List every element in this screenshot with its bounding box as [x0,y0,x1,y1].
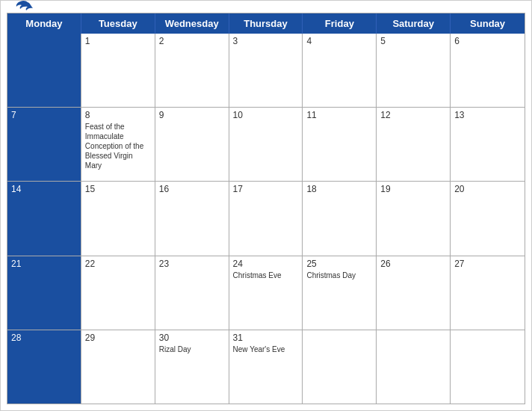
day-number: 10 [233,110,299,120]
day-cell: 22 [81,256,155,330]
day-cell: 16 [155,182,229,255]
day-cell: 19 [377,182,451,255]
day-header-thursday: Thursday [229,13,303,34]
day-header-tuesday: Tuesday [81,13,155,34]
day-header-wednesday: Wednesday [155,13,229,34]
day-headers-row: MondayTuesdayWednesdayThursdayFridaySatu… [7,13,525,34]
day-cell: 5 [377,34,451,107]
day-number: 23 [159,259,225,269]
day-cell: 26 [377,256,451,330]
day-number: 18 [306,184,372,194]
day-cell: 21 [7,256,81,330]
day-cell: 11 [303,108,377,181]
day-number: 6 [454,36,521,46]
day-number: 9 [159,110,225,120]
day-cell [7,34,81,107]
day-cell: 23 [155,256,229,330]
day-cell: 15 [81,182,155,255]
day-cell: 6 [451,34,525,107]
day-cell: 4 [303,34,377,107]
day-number: 2 [159,36,225,46]
week-row-1: 123456 [7,34,525,108]
holiday-text: Feast of the Immaculate Conception of th… [85,123,143,170]
day-number: 28 [11,333,77,343]
day-number: 3 [233,36,299,46]
day-cell: 28 [7,330,81,404]
day-number: 16 [159,184,225,194]
week-row-3: 14151617181920 [7,182,525,256]
day-number: 21 [11,259,77,269]
day-number: 11 [306,110,372,120]
day-number: 30 [159,333,225,343]
day-cell: 17 [229,182,303,255]
day-header-sunday: Sunday [451,13,525,34]
calendar-body: 12345678Feast of the Immaculate Concepti… [7,34,525,404]
day-header-monday: Monday [7,13,81,34]
day-number: 17 [233,184,299,194]
day-number: 5 [380,36,446,46]
calendar-grid: MondayTuesdayWednesdayThursdayFridaySatu… [7,13,525,404]
week-row-5: 282930Rizal Day31New Year's Eve [7,330,525,404]
day-cell: 2 [155,34,229,107]
holiday-text: Christmas Eve [233,271,282,279]
day-number: 31 [233,333,299,343]
day-number: 22 [85,259,151,269]
day-cell: 20 [451,182,525,255]
day-cell: 10 [229,108,303,181]
day-number: 4 [306,36,372,46]
logo-bird-icon [13,0,37,14]
holiday-text: New Year's Eve [233,345,285,353]
day-cell: 13 [451,108,525,181]
day-header-friday: Friday [303,13,377,34]
day-number: 13 [454,110,521,120]
day-cell: 12 [377,108,451,181]
header [1,1,531,13]
week-row-4: 21222324Christmas Eve25Christmas Day2627 [7,256,525,330]
day-number: 26 [380,259,446,269]
day-cell: 1 [81,34,155,107]
holiday-text: Christmas Day [306,271,356,279]
holiday-text: Rizal Day [159,345,191,353]
day-number: 12 [380,110,446,120]
day-cell [451,330,525,404]
day-cell: 7 [7,108,81,181]
day-number: 14 [11,184,77,194]
day-cell: 29 [81,330,155,404]
calendar-page: MondayTuesdayWednesdayThursdayFridaySatu… [0,0,532,411]
day-cell [377,330,451,404]
day-number: 1 [85,36,151,46]
day-number: 29 [85,333,151,343]
day-header-saturday: Saturday [377,13,451,34]
logo [13,0,38,14]
week-row-2: 78Feast of the Immaculate Conception of … [7,108,525,182]
day-cell [303,330,377,404]
day-cell: 31New Year's Eve [229,330,303,404]
day-number: 24 [233,259,299,269]
day-number: 15 [85,184,151,194]
day-cell: 24Christmas Eve [229,256,303,330]
day-cell: 18 [303,182,377,255]
day-cell: 27 [451,256,525,330]
day-cell: 9 [155,108,229,181]
day-number: 19 [380,184,446,194]
day-number: 20 [454,184,521,194]
day-number: 27 [454,259,521,269]
day-number: 25 [306,259,372,269]
day-cell: 8Feast of the Immaculate Conception of t… [81,108,155,181]
day-number: 7 [11,110,77,120]
day-number: 8 [85,110,151,120]
day-cell: 3 [229,34,303,107]
day-cell: 25Christmas Day [303,256,377,330]
day-cell: 30Rizal Day [155,330,229,404]
day-cell: 14 [7,182,81,255]
